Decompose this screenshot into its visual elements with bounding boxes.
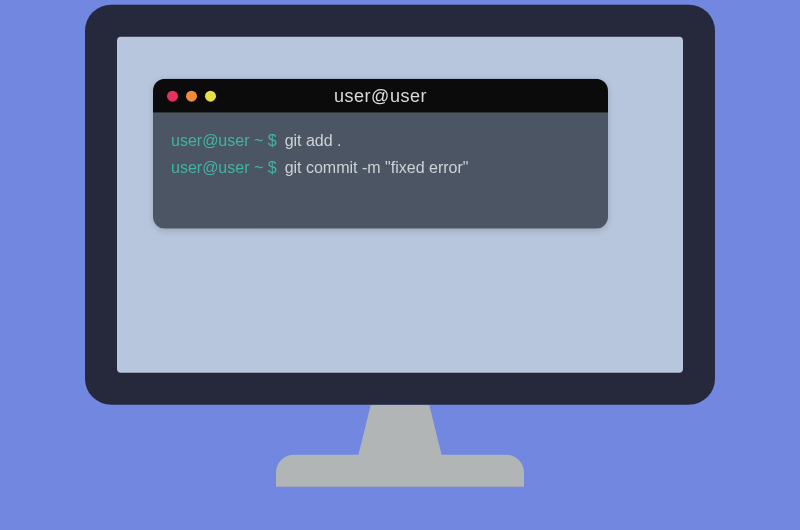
terminal-line: user@user ~ $ git add . (171, 127, 590, 154)
shell-command: git commit -m "fixed error" (285, 154, 469, 181)
terminal-line: user@user ~ $ git commit -m "fixed error… (171, 154, 590, 181)
computer-monitor: user@user user@user ~ $ git add . user@u… (85, 5, 715, 487)
terminal-title: user@user (334, 85, 427, 106)
terminal-titlebar[interactable]: user@user (153, 79, 608, 113)
monitor-screen: user@user user@user ~ $ git add . user@u… (117, 37, 683, 373)
minimize-icon[interactable] (186, 90, 197, 101)
close-icon[interactable] (167, 90, 178, 101)
terminal-window: user@user user@user ~ $ git add . user@u… (153, 79, 608, 229)
terminal-body[interactable]: user@user ~ $ git add . user@user ~ $ gi… (153, 113, 608, 229)
monitor-bezel: user@user user@user ~ $ git add . user@u… (85, 5, 715, 405)
shell-command: git add . (285, 127, 342, 154)
maximize-icon[interactable] (205, 90, 216, 101)
shell-prompt: user@user ~ $ (171, 154, 277, 181)
window-controls (153, 90, 216, 101)
shell-prompt: user@user ~ $ (171, 127, 277, 154)
monitor-stand-neck (357, 405, 443, 461)
